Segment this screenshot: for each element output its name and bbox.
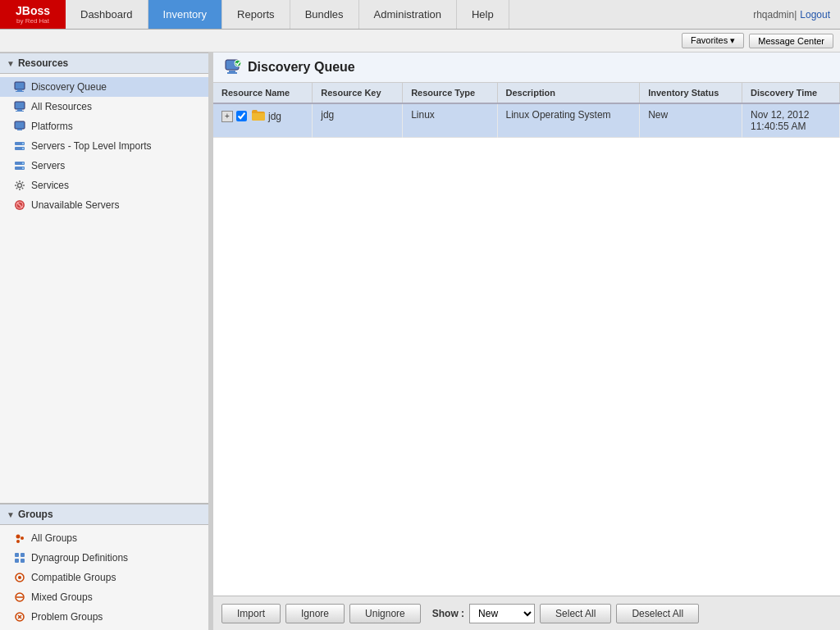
sidebar-item-label: Servers xyxy=(31,160,65,171)
svg-point-30 xyxy=(16,540,20,543)
svg-rect-31 xyxy=(15,553,19,557)
cell-resource-type: Linux xyxy=(403,103,497,138)
sidebar-item-all-groups[interactable]: All Groups xyxy=(0,528,208,548)
svg-point-14 xyxy=(22,162,24,164)
warning-icon xyxy=(13,199,26,212)
username: rhqadmin xyxy=(753,9,794,21)
row-checkbox[interactable] xyxy=(236,111,247,121)
sidebar-item-dynagroup[interactable]: Dynagroup Definitions xyxy=(0,548,208,568)
col-resource-key[interactable]: Resource Key xyxy=(313,83,403,103)
gear-icon xyxy=(13,179,26,192)
col-resource-type[interactable]: Resource Type xyxy=(403,83,497,103)
groups-arrow-icon: ▼ xyxy=(7,510,15,519)
content-header: Discovery Queue xyxy=(213,52,840,83)
resources-arrow-icon: ▼ xyxy=(7,59,15,68)
col-description[interactable]: Description xyxy=(497,83,640,103)
top-navigation: JBoss by Red Hat Dashboard Inventory Rep… xyxy=(0,0,840,30)
sidebar-item-label: Problem Groups xyxy=(31,611,103,623)
platform-icon xyxy=(13,120,26,133)
col-discovery-time[interactable]: Discovery Time xyxy=(742,83,840,103)
row-expand: + jdg xyxy=(221,109,304,123)
monitor-icon xyxy=(13,100,26,113)
groups-items: All Groups Dynagroup Definitions Compati… xyxy=(0,525,208,630)
svg-rect-1 xyxy=(17,89,22,91)
main-layout: ▼ Resources Discovery Queue All Resource… xyxy=(0,52,840,630)
sidebar: ▼ Resources Discovery Queue All Resource… xyxy=(0,52,209,630)
sidebar-item-discovery-queue[interactable]: Discovery Queue xyxy=(0,77,208,97)
page-title: Discovery Queue xyxy=(248,60,355,75)
svg-point-16 xyxy=(18,184,22,188)
sidebar-item-label: Services xyxy=(31,180,69,191)
resources-section-header[interactable]: ▼ Resources xyxy=(0,52,208,74)
mixed-groups-icon xyxy=(13,591,26,604)
user-info: rhqadmin | Logout xyxy=(743,0,840,29)
compatible-groups-icon xyxy=(13,571,26,584)
svg-point-28 xyxy=(16,535,21,539)
sidebar-item-label: All Resources xyxy=(31,101,92,112)
resource-name-text[interactable]: jdg xyxy=(268,111,281,122)
svg-rect-6 xyxy=(15,121,25,129)
bottom-bar: Import Ignore Unignore Show : NewIgnored… xyxy=(213,596,840,630)
sidebar-item-label: Compatible Groups xyxy=(31,572,116,583)
message-center-button[interactable]: Message Center xyxy=(749,34,833,48)
svg-line-24 xyxy=(22,182,23,183)
svg-rect-44 xyxy=(227,72,237,74)
ignore-button[interactable]: Ignore xyxy=(285,604,345,623)
sidebar-item-label: Unavailable Servers xyxy=(31,199,119,211)
table-container: Resource Name Resource Key Resource Type… xyxy=(213,83,840,596)
table-row: + jdg jdg Linux Linux Operating System xyxy=(213,103,840,138)
tab-dashboard[interactable]: Dashboard xyxy=(66,0,148,29)
dynagroup-icon xyxy=(13,551,26,564)
sidebar-item-label: Servers - Top Level Imports xyxy=(31,140,152,152)
sidebar-item-problem-groups[interactable]: Problem Groups xyxy=(0,607,208,627)
sidebar-item-label: Dynagroup Definitions xyxy=(31,552,128,564)
cell-resource-name: + jdg xyxy=(213,103,313,138)
discovery-time-date: Nov 12, 2012 xyxy=(751,109,809,121)
svg-rect-43 xyxy=(229,71,235,72)
sidebar-item-servers-top[interactable]: Servers - Top Level Imports xyxy=(0,136,208,156)
logo-text: JBoss xyxy=(16,4,50,17)
show-select[interactable]: NewIgnoredAll xyxy=(469,604,535,623)
tab-help[interactable]: Help xyxy=(457,0,509,29)
svg-rect-4 xyxy=(17,109,22,111)
tab-administration[interactable]: Administration xyxy=(359,0,457,29)
cell-description: Linux Operating System xyxy=(497,103,640,138)
deselect-all-button[interactable]: Deselect All xyxy=(616,604,699,623)
svg-line-23 xyxy=(16,188,17,189)
sidebar-item-all-resources[interactable]: All Resources xyxy=(0,97,208,116)
content-area: Discovery Queue Resource Name Resource K… xyxy=(213,52,840,630)
resources-label: Resources xyxy=(18,57,68,69)
tab-reports[interactable]: Reports xyxy=(222,0,290,29)
tab-bundles[interactable]: Bundles xyxy=(290,0,359,29)
select-all-button[interactable]: Select All xyxy=(540,604,611,623)
sidebar-item-unavailable[interactable]: Unavailable Servers xyxy=(0,195,208,215)
svg-rect-33 xyxy=(15,559,19,563)
groups-section-header[interactable]: ▼ Groups xyxy=(0,504,208,525)
sidebar-item-services[interactable]: Services xyxy=(0,176,208,195)
import-button[interactable]: Import xyxy=(221,604,281,623)
svg-point-10 xyxy=(22,143,24,144)
col-resource-name[interactable]: Resource Name xyxy=(213,83,313,103)
logout-link[interactable]: Logout xyxy=(800,9,830,21)
table-header-row: Resource Name Resource Key Resource Type… xyxy=(213,83,840,103)
svg-point-15 xyxy=(22,167,24,169)
favorites-button[interactable]: Favorites ▾ xyxy=(682,33,744,48)
svg-point-11 xyxy=(22,148,24,149)
sidebar-item-platforms[interactable]: Platforms xyxy=(0,116,208,136)
unignore-button[interactable]: Unignore xyxy=(349,604,421,623)
sidebar-item-servers[interactable]: Servers xyxy=(0,156,208,176)
col-inventory-status[interactable]: Inventory Status xyxy=(640,83,742,103)
sidebar-item-compatible-groups[interactable]: Compatible Groups xyxy=(0,568,208,587)
cell-resource-key: jdg xyxy=(313,103,403,138)
svg-line-22 xyxy=(22,188,23,189)
svg-rect-2 xyxy=(16,91,24,92)
sidebar-item-mixed-groups[interactable]: Mixed Groups xyxy=(0,587,208,607)
expand-button[interactable]: + xyxy=(221,111,233,122)
server-icon xyxy=(13,159,26,172)
svg-point-36 xyxy=(18,576,21,579)
resources-items: Discovery Queue All Resources Platforms … xyxy=(0,74,208,292)
cell-discovery-time: Nov 12, 2012 11:40:55 AM xyxy=(742,103,840,138)
tab-inventory[interactable]: Inventory xyxy=(148,0,222,29)
svg-line-21 xyxy=(16,182,17,183)
sidebar-item-label: Discovery Queue xyxy=(31,81,107,93)
